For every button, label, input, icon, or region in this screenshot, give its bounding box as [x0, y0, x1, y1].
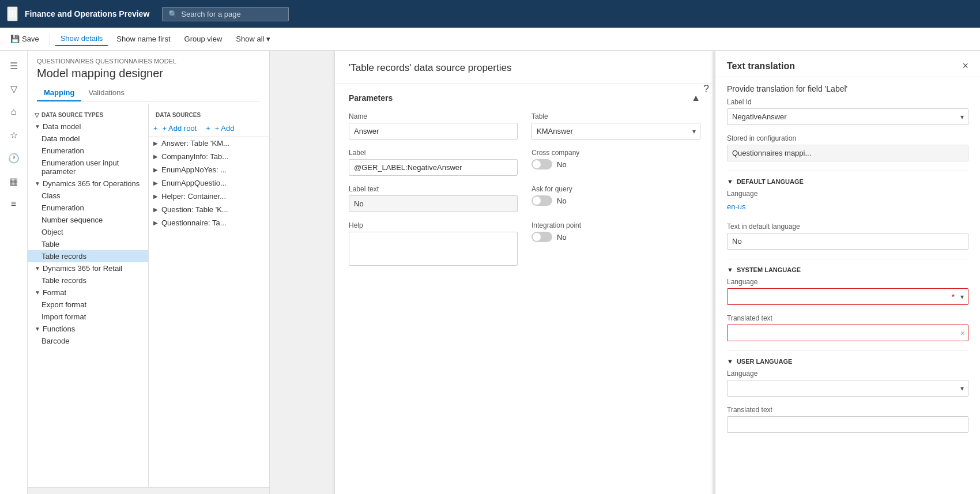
cross-company-toggle-row: No [532, 159, 700, 169]
sidebar-icon-favorites[interactable]: ☆ [3, 125, 24, 145]
tree-item-format-parent[interactable]: ▼ Format [28, 286, 148, 299]
system-language-header[interactable]: ▼ SYSTEM LANGUAGE [727, 266, 968, 273]
tree-item-enumeration2[interactable]: Enumeration [28, 202, 148, 214]
user-language-select-wrapper: ▾ [727, 380, 968, 397]
save-button[interactable]: 💾 Save [5, 32, 45, 46]
sidebar-icon-workspaces[interactable]: ▦ [3, 171, 24, 191]
user-language-section: ▼ USER LANGUAGE Language ▾ Translated te… [727, 358, 968, 433]
horizontal-scrollbar[interactable] [28, 487, 269, 494]
ds-item-questionnaire[interactable]: ▶ Questionnaire: Ta... [149, 216, 269, 229]
system-language-section: ▼ SYSTEM LANGUAGE Language * ▾ Translate… [727, 266, 968, 341]
label-text-label: Label text [349, 185, 518, 193]
cross-company-field-group: Cross company No [532, 149, 700, 176]
tree-item-d365-ops-parent[interactable]: ▼ Dynamics 365 for Operations [28, 178, 148, 190]
sidebar-icon-filter[interactable]: ▽ [3, 78, 24, 99]
tree-item-table[interactable]: Table [28, 238, 148, 250]
tree-item-label: Format [43, 288, 66, 297]
default-language-header[interactable]: ▼ DEFAULT LANGUAGE [727, 178, 968, 185]
form-grid: Name Table KMAnswer ▾ Label [349, 112, 700, 266]
sidebar-icon-list[interactable]: ≡ [3, 194, 24, 214]
show-details-button[interactable]: Show details [55, 32, 109, 46]
text-in-default-input[interactable] [727, 233, 968, 250]
ds-item-answer[interactable]: ▶ Answer: Table 'KM... [149, 137, 269, 150]
tree-item-enum-user-input[interactable]: Enumeration user input parameter [28, 157, 148, 178]
ds-item-question[interactable]: ▶ Question: Table 'K... [149, 203, 269, 216]
tab-mapping[interactable]: Mapping [37, 85, 81, 101]
arrow-icon: ▶ [153, 153, 158, 160]
table-select[interactable]: KMAnswer [532, 123, 700, 139]
label-id-select[interactable]: NegativeAnswer [727, 108, 968, 125]
clear-translated-text-button[interactable]: × [960, 329, 965, 338]
tree-item-class[interactable]: Class [28, 190, 148, 202]
system-translated-text-input[interactable] [727, 325, 968, 341]
tree-item-table-records1[interactable]: Table records [28, 250, 148, 262]
cross-company-toggle[interactable] [532, 159, 552, 169]
user-translated-text-input[interactable] [727, 416, 968, 433]
show-all-button[interactable]: Show all ▾ [230, 32, 276, 46]
tree-arrow-icon: ▼ [35, 326, 40, 332]
show-name-first-button[interactable]: Show name first [111, 32, 176, 46]
cross-company-label: Cross company [532, 149, 700, 157]
integration-point-label: Integration point [532, 221, 700, 229]
label-input[interactable] [349, 159, 518, 176]
system-language-select-wrapper: * ▾ [727, 288, 968, 305]
tree-item-label: Enumeration [42, 203, 84, 212]
help-input[interactable] [349, 232, 518, 266]
plus-icon: + [153, 124, 158, 133]
ds-item-companyinfo[interactable]: ▶ CompanyInfo: Tab... [149, 150, 269, 163]
tree-item-data-model-parent[interactable]: ▼ Data model [28, 120, 148, 133]
ds-item-label: EnumAppQuestio... [161, 179, 227, 187]
tree-item-data-model[interactable]: Data model [28, 133, 148, 145]
add-root-bar[interactable]: + + Add root + + Add [149, 120, 269, 137]
tree-item-label: Functions [43, 325, 75, 333]
tree-item-table-records2[interactable]: Table records [28, 274, 148, 286]
tree-item-object[interactable]: Object [28, 226, 148, 238]
tree-arrow-icon: ▼ [35, 265, 40, 271]
system-language-group: Language * ▾ [727, 278, 968, 305]
tree-item-export-format[interactable]: Export format [28, 299, 148, 311]
topbar: ⊞ Finance and Operations Preview 🔍 Searc… [0, 0, 980, 28]
search-placeholder: Search for a page [181, 10, 240, 18]
tree-item-functions-parent[interactable]: ▼ Functions [28, 323, 148, 335]
tree-item-d365-retail-parent[interactable]: ▼ Dynamics 365 for Retail [28, 262, 148, 274]
ask-for-query-value: No [557, 197, 567, 205]
sidebar-icon-home[interactable]: ⌂ [3, 101, 24, 122]
tab-validations[interactable]: Validations [81, 85, 131, 101]
user-language-select[interactable] [727, 380, 968, 397]
tree-item-barcode[interactable]: Barcode [28, 335, 148, 347]
ds-item-helper[interactable]: ▶ Helper: Container... [149, 190, 269, 203]
sidebar-icon-menu[interactable]: ☰ [3, 55, 24, 76]
label-text-input[interactable] [349, 195, 518, 212]
tree-item-number-sequence[interactable]: Number sequence [28, 214, 148, 226]
group-view-button[interactable]: Group view [179, 32, 228, 46]
ds-item-enumappnoyes[interactable]: ▶ EnumAppNoYes: ... [149, 163, 269, 176]
ask-for-query-toggle[interactable] [532, 195, 552, 206]
tree-item-label: Export format [42, 300, 86, 309]
tree-item-label: Barcode [42, 337, 69, 345]
tree-item-label: Data model [43, 122, 81, 131]
search-box[interactable]: 🔍 Search for a page [162, 7, 289, 21]
app-title: Finance and Operations Preview [25, 9, 149, 18]
page-title: Model mapping designer [37, 67, 260, 80]
ds-item-enumappquestio[interactable]: ▶ EnumAppQuestio... [149, 176, 269, 190]
ds-item-label: Question: Table 'K... [161, 205, 228, 214]
tree-item-label: Data model [42, 134, 80, 143]
default-language-value: en-us [727, 200, 968, 213]
tree-item-label: Object [42, 228, 63, 236]
divider [727, 259, 968, 259]
name-input[interactable] [349, 123, 518, 139]
close-button[interactable]: × [962, 60, 968, 72]
sidebar-icon-recent[interactable]: 🕐 [3, 148, 24, 168]
collapse-arrow-icon: ▼ [727, 358, 733, 365]
apps-icon[interactable]: ⊞ [7, 6, 18, 21]
sidebar-icons: ☰ ▽ ⌂ ☆ 🕐 ▦ ≡ [0, 51, 28, 494]
collapse-button[interactable]: ▲ [691, 93, 700, 103]
tree-item-import-format[interactable]: Import format [28, 311, 148, 323]
arrow-icon: ▶ [153, 220, 158, 226]
system-language-select[interactable] [727, 288, 968, 305]
default-language-section: ▼ DEFAULT LANGUAGE Language en-us Text i… [727, 178, 968, 250]
tree-item-enumeration1[interactable]: Enumeration [28, 145, 148, 157]
stored-in-config-label: Stored in configuration [727, 134, 968, 142]
integration-point-toggle[interactable] [532, 232, 552, 242]
user-language-header[interactable]: ▼ USER LANGUAGE [727, 358, 968, 365]
